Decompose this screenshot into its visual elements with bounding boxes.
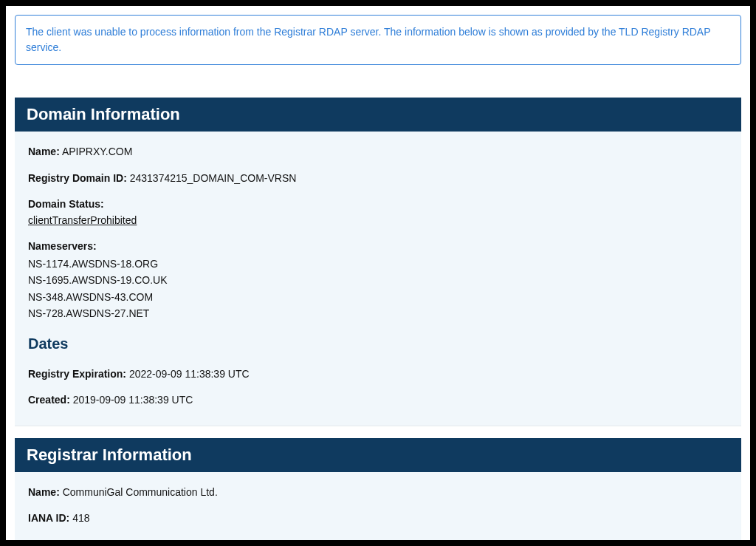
iana-id-label: IANA ID: (28, 512, 69, 524)
registry-domain-id-label: Registry Domain ID: (28, 172, 127, 184)
registrar-info-header: Registrar Information (15, 438, 741, 472)
registry-domain-id-row: Registry Domain ID: 2431374215_DOMAIN_CO… (28, 171, 728, 186)
nameserver-item: NS-1695.AWSDNS-19.CO.UK (28, 272, 728, 288)
domain-info-body: Name: APIPRXY.COM Registry Domain ID: 24… (15, 132, 741, 426)
created-row: Created: 2019-09-09 11:38:39 UTC (28, 393, 728, 408)
iana-id-row: IANA ID: 418 (28, 511, 728, 526)
nameservers-label: Nameservers: (28, 239, 728, 254)
registry-expiration-row: Registry Expiration: 2022-09-09 11:38:39… (28, 367, 728, 382)
created-value: 2019-09-09 11:38:39 UTC (73, 394, 193, 406)
registrar-name-label: Name: (28, 486, 60, 498)
domain-name-row: Name: APIPRXY.COM (28, 145, 728, 160)
registrar-info-title: Registrar Information (27, 446, 192, 464)
registry-expiration-label: Registry Expiration: (28, 368, 126, 380)
registrar-name-row: Name: CommuniGal Communication Ltd. (28, 485, 728, 500)
registry-expiration-value: 2022-09-09 11:38:39 UTC (129, 368, 250, 380)
iana-id-value: 418 (72, 512, 89, 524)
domain-status-label: Domain Status: (28, 197, 728, 212)
rdap-alert-text: The client was unable to process informa… (26, 26, 710, 53)
domain-status-row: Domain Status: clientTransferProhibited (28, 197, 728, 228)
nameserver-item: NS-1174.AWSDNS-18.ORG (28, 256, 728, 272)
nameservers-list: NS-1174.AWSDNS-18.ORG NS-1695.AWSDNS-19.… (28, 256, 728, 322)
domain-name-value: APIPRXY.COM (62, 146, 132, 157)
nameserver-item: NS-348.AWSDNS-43.COM (28, 289, 728, 305)
nameserver-item: NS-728.AWSDNS-27.NET (28, 305, 728, 321)
domain-info-title: Domain Information (27, 105, 180, 123)
domain-status-link[interactable]: clientTransferProhibited (28, 214, 137, 228)
rdap-alert: The client was unable to process informa… (15, 15, 741, 65)
dates-heading: Dates (28, 335, 728, 352)
registry-domain-id-value: 2431374215_DOMAIN_COM-VRSN (130, 172, 297, 184)
registrar-name-value: CommuniGal Communication Ltd. (63, 486, 218, 498)
domain-name-label: Name: (28, 146, 60, 157)
page-container: The client was unable to process informa… (6, 6, 750, 540)
nameservers-row: Nameservers: NS-1174.AWSDNS-18.ORG NS-16… (28, 239, 728, 321)
registrar-info-body: Name: CommuniGal Communication Ltd. IANA… (15, 472, 741, 540)
section-gap (15, 426, 741, 438)
domain-info-header: Domain Information (15, 98, 741, 132)
created-label: Created: (28, 394, 70, 406)
